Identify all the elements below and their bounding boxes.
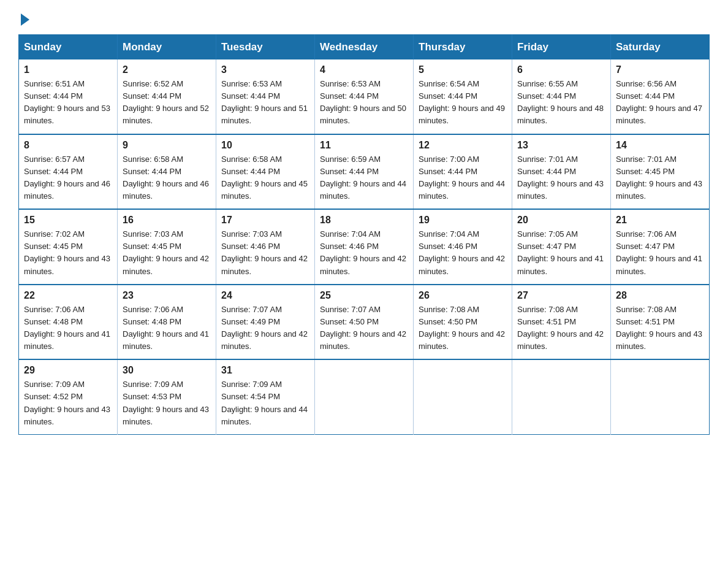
day-number: 2 [123,64,211,75]
day-info: Sunrise: 6:55 AMSunset: 4:44 PMDaylight:… [517,78,605,128]
logo-arrow-icon [21,13,29,26]
calendar-week-row: 8 Sunrise: 6:57 AMSunset: 4:44 PMDayligh… [19,134,710,210]
day-number: 3 [221,64,309,75]
page-header [18,12,710,23]
calendar-cell: 18 Sunrise: 7:04 AMSunset: 4:46 PMDaylig… [315,209,414,285]
day-number: 16 [123,215,211,226]
calendar-week-row: 22 Sunrise: 7:06 AMSunset: 4:48 PMDaylig… [19,285,710,360]
calendar-cell: 30 Sunrise: 7:09 AMSunset: 4:53 PMDaylig… [118,359,216,434]
day-number: 28 [616,290,704,301]
day-info: Sunrise: 7:08 AMSunset: 4:51 PMDaylight:… [616,304,704,353]
calendar-cell: 19 Sunrise: 7:04 AMSunset: 4:46 PMDaylig… [414,209,512,285]
calendar-cell [414,359,512,434]
day-number: 27 [517,290,605,301]
day-info: Sunrise: 7:07 AMSunset: 4:50 PMDaylight:… [320,304,408,353]
day-number: 6 [517,64,605,75]
calendar-cell: 10 Sunrise: 6:58 AMSunset: 4:44 PMDaylig… [216,134,315,210]
day-info: Sunrise: 7:08 AMSunset: 4:51 PMDaylight:… [517,304,605,353]
calendar-cell: 7 Sunrise: 6:56 AMSunset: 4:44 PMDayligh… [611,59,710,134]
day-number: 9 [123,140,211,151]
day-info: Sunrise: 6:51 AMSunset: 4:44 PMDaylight:… [24,78,112,128]
day-number: 26 [419,290,507,301]
day-number: 30 [123,365,211,376]
day-number: 15 [24,215,112,226]
calendar-cell: 17 Sunrise: 7:03 AMSunset: 4:46 PMDaylig… [216,209,315,285]
calendar-header-monday: Monday [118,35,216,60]
calendar-header-sunday: Sunday [19,35,118,60]
day-info: Sunrise: 6:53 AMSunset: 4:44 PMDaylight:… [320,78,408,128]
day-info: Sunrise: 7:06 AMSunset: 4:48 PMDaylight:… [24,304,112,353]
day-number: 1 [24,64,112,75]
calendar-cell: 29 Sunrise: 7:09 AMSunset: 4:52 PMDaylig… [19,359,118,434]
day-info: Sunrise: 7:02 AMSunset: 4:45 PMDaylight:… [24,228,112,278]
calendar-cell: 1 Sunrise: 6:51 AMSunset: 4:44 PMDayligh… [19,59,118,134]
day-number: 13 [517,140,605,151]
day-number: 14 [616,140,704,151]
day-number: 10 [221,140,309,151]
day-info: Sunrise: 7:01 AMSunset: 4:44 PMDaylight:… [517,153,605,203]
day-number: 21 [616,215,704,226]
calendar-header-friday: Friday [512,35,611,60]
calendar-cell: 9 Sunrise: 6:58 AMSunset: 4:44 PMDayligh… [118,134,216,210]
calendar-header-wednesday: Wednesday [315,35,414,60]
calendar-cell: 25 Sunrise: 7:07 AMSunset: 4:50 PMDaylig… [315,285,414,360]
calendar-cell: 26 Sunrise: 7:08 AMSunset: 4:50 PMDaylig… [414,285,512,360]
day-number: 22 [24,290,112,301]
day-info: Sunrise: 7:06 AMSunset: 4:48 PMDaylight:… [123,304,211,353]
day-info: Sunrise: 7:01 AMSunset: 4:45 PMDaylight:… [616,153,704,203]
day-info: Sunrise: 7:09 AMSunset: 4:52 PMDaylight:… [24,378,112,428]
calendar-cell: 3 Sunrise: 6:53 AMSunset: 4:44 PMDayligh… [216,59,315,134]
day-number: 4 [320,64,408,75]
calendar-cell: 14 Sunrise: 7:01 AMSunset: 4:45 PMDaylig… [611,134,710,210]
day-number: 19 [419,215,507,226]
day-number: 29 [24,365,112,376]
calendar-cell: 27 Sunrise: 7:08 AMSunset: 4:51 PMDaylig… [512,285,611,360]
calendar-week-row: 29 Sunrise: 7:09 AMSunset: 4:52 PMDaylig… [19,359,710,434]
day-info: Sunrise: 6:54 AMSunset: 4:44 PMDaylight:… [419,78,507,128]
day-number: 11 [320,140,408,151]
calendar-header-thursday: Thursday [414,35,512,60]
day-number: 7 [616,64,704,75]
calendar-cell: 23 Sunrise: 7:06 AMSunset: 4:48 PMDaylig… [118,285,216,360]
day-number: 12 [419,140,507,151]
day-info: Sunrise: 7:08 AMSunset: 4:50 PMDaylight:… [419,304,507,353]
calendar-cell: 21 Sunrise: 7:06 AMSunset: 4:47 PMDaylig… [611,209,710,285]
calendar-cell: 13 Sunrise: 7:01 AMSunset: 4:44 PMDaylig… [512,134,611,210]
calendar-week-row: 1 Sunrise: 6:51 AMSunset: 4:44 PMDayligh… [19,59,710,134]
calendar-cell [512,359,611,434]
day-info: Sunrise: 6:58 AMSunset: 4:44 PMDaylight:… [123,153,211,203]
logo [18,12,29,23]
day-info: Sunrise: 7:09 AMSunset: 4:54 PMDaylight:… [221,378,309,428]
calendar-cell: 12 Sunrise: 7:00 AMSunset: 4:44 PMDaylig… [414,134,512,210]
day-number: 24 [221,290,309,301]
calendar-header-saturday: Saturday [611,35,710,60]
calendar-cell [611,359,710,434]
day-info: Sunrise: 7:04 AMSunset: 4:46 PMDaylight:… [419,228,507,278]
calendar-cell: 5 Sunrise: 6:54 AMSunset: 4:44 PMDayligh… [414,59,512,134]
calendar-cell: 15 Sunrise: 7:02 AMSunset: 4:45 PMDaylig… [19,209,118,285]
calendar-table: SundayMondayTuesdayWednesdayThursdayFrid… [18,34,710,435]
day-info: Sunrise: 6:59 AMSunset: 4:44 PMDaylight:… [320,153,408,203]
day-info: Sunrise: 7:00 AMSunset: 4:44 PMDaylight:… [419,153,507,203]
calendar-cell: 20 Sunrise: 7:05 AMSunset: 4:47 PMDaylig… [512,209,611,285]
day-info: Sunrise: 7:03 AMSunset: 4:45 PMDaylight:… [123,228,211,278]
day-number: 18 [320,215,408,226]
calendar-cell [315,359,414,434]
day-info: Sunrise: 7:03 AMSunset: 4:46 PMDaylight:… [221,228,309,278]
calendar-cell: 2 Sunrise: 6:52 AMSunset: 4:44 PMDayligh… [118,59,216,134]
calendar-cell: 28 Sunrise: 7:08 AMSunset: 4:51 PMDaylig… [611,285,710,360]
day-number: 8 [24,140,112,151]
day-number: 31 [221,365,309,376]
calendar-header-tuesday: Tuesday [216,35,315,60]
day-info: Sunrise: 7:09 AMSunset: 4:53 PMDaylight:… [123,378,211,428]
calendar-cell: 6 Sunrise: 6:55 AMSunset: 4:44 PMDayligh… [512,59,611,134]
day-info: Sunrise: 6:58 AMSunset: 4:44 PMDaylight:… [221,153,309,203]
day-info: Sunrise: 7:07 AMSunset: 4:49 PMDaylight:… [221,304,309,353]
day-info: Sunrise: 6:53 AMSunset: 4:44 PMDaylight:… [221,78,309,128]
day-number: 25 [320,290,408,301]
day-info: Sunrise: 6:52 AMSunset: 4:44 PMDaylight:… [123,78,211,128]
calendar-header-row: SundayMondayTuesdayWednesdayThursdayFrid… [19,35,710,60]
calendar-cell: 8 Sunrise: 6:57 AMSunset: 4:44 PMDayligh… [19,134,118,210]
day-info: Sunrise: 6:57 AMSunset: 4:44 PMDaylight:… [24,153,112,203]
day-number: 23 [123,290,211,301]
